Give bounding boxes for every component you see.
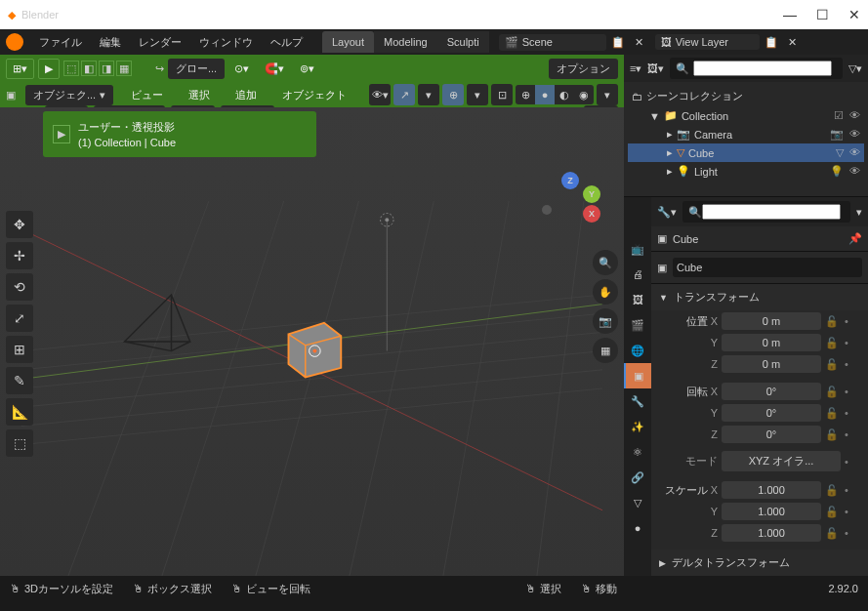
- rotation-mode-dropdown[interactable]: XYZ オイラ...: [722, 451, 841, 471]
- camera-object[interactable]: [125, 295, 190, 351]
- scene-browse-icon[interactable]: 📋: [608, 32, 628, 52]
- editor-type-icon[interactable]: ⊞▾: [6, 59, 34, 79]
- proportional-icon[interactable]: ⊚▾: [294, 60, 320, 78]
- pin-icon[interactable]: 📌: [848, 232, 862, 245]
- layer-close-icon[interactable]: ✕: [783, 32, 803, 52]
- add-cube-tool-icon[interactable]: ⬚: [6, 429, 33, 457]
- overlay-dropdown-icon[interactable]: ▾: [467, 84, 488, 105]
- transform-panel-header[interactable]: ▼トランスフォーム: [651, 284, 868, 310]
- scale-z-input[interactable]: 1.000: [722, 524, 821, 542]
- lock-icon[interactable]: 🔓: [825, 506, 841, 518]
- scale-x-input[interactable]: 1.000: [722, 481, 821, 499]
- lock-icon[interactable]: 🔓: [825, 315, 841, 328]
- pivot-icon[interactable]: ⊙▾: [228, 60, 255, 78]
- lock-icon[interactable]: 🔓: [825, 484, 841, 497]
- props-tab-constraints-icon[interactable]: 🔗: [624, 465, 651, 490]
- menu-render[interactable]: レンダー: [131, 32, 189, 53]
- layer-browse-icon[interactable]: 📋: [762, 32, 781, 52]
- outliner-camera[interactable]: ▸📷 Camera 📷👁: [628, 125, 864, 143]
- maximize-button[interactable]: ☐: [816, 7, 829, 22]
- props-tab-viewlayer-icon[interactable]: 🖼: [624, 287, 651, 312]
- axis-gizmo[interactable]: Z Y X: [542, 172, 600, 230]
- filter-icon[interactable]: ▽▾: [848, 62, 862, 75]
- mode-dropdown[interactable]: オブジェク... ▾: [25, 85, 113, 105]
- viewlayer-name-input[interactable]: [676, 36, 754, 48]
- scene-name-input[interactable]: [522, 36, 600, 48]
- props-tab-particles-icon[interactable]: ✨: [624, 414, 651, 439]
- rotate-tool-icon[interactable]: ⟲: [6, 273, 33, 301]
- rotation-y-input[interactable]: 0°: [722, 404, 821, 422]
- location-z-input[interactable]: 0 m: [722, 355, 821, 373]
- menu-add[interactable]: 追加: [227, 85, 265, 105]
- gizmo-dropdown-icon[interactable]: ▾: [418, 84, 439, 105]
- select-mode-3-icon[interactable]: ◨: [99, 61, 114, 76]
- eye-icon[interactable]: 👁: [849, 165, 860, 178]
- overlay-toggle-icon[interactable]: ⊕: [442, 84, 464, 105]
- outliner-collection[interactable]: ▼📁 Collection ☑👁: [628, 106, 864, 125]
- orientation-icon[interactable]: ↪: [155, 62, 164, 75]
- menu-view[interactable]: ビュー: [123, 85, 171, 105]
- mesh-data-icon[interactable]: ▽: [836, 146, 844, 159]
- gizmo-toggle-icon[interactable]: ↗: [393, 84, 415, 105]
- props-tab-render-icon[interactable]: 📺: [624, 236, 651, 262]
- camera-view-icon[interactable]: 📷: [593, 308, 618, 334]
- rotation-x-input[interactable]: 0°: [722, 383, 821, 400]
- camera-data-icon[interactable]: 📷: [830, 128, 844, 141]
- props-tab-world-icon[interactable]: 🌐: [624, 338, 651, 363]
- axis-z-icon[interactable]: Z: [561, 172, 579, 189]
- scale-y-input[interactable]: 1.000: [722, 503, 821, 520]
- annotate-tool-icon[interactable]: ✎: [6, 367, 33, 394]
- props-tab-physics-icon[interactable]: ⚛: [624, 439, 651, 465]
- props-tab-output-icon[interactable]: 🖨: [624, 262, 651, 287]
- display-mode-icon[interactable]: 🖼▾: [647, 62, 664, 75]
- tab-layout[interactable]: Layout: [322, 31, 374, 53]
- perspective-icon[interactable]: ▦: [593, 338, 618, 363]
- props-tab-scene-icon[interactable]: 🎬: [624, 312, 651, 338]
- cursor-tool-icon[interactable]: ✥: [6, 211, 33, 238]
- cursor-tool-icon[interactable]: ▶: [38, 59, 60, 79]
- select-mode-2-icon[interactable]: ◧: [81, 61, 97, 76]
- lock-icon[interactable]: 🔓: [825, 386, 841, 398]
- shading-dropdown-icon[interactable]: ▾: [597, 84, 618, 105]
- checkbox-icon[interactable]: ☑: [834, 109, 844, 122]
- location-y-input[interactable]: 0 m: [722, 334, 821, 351]
- select-mode-1-icon[interactable]: ⬚: [63, 61, 79, 76]
- select-mode-4-icon[interactable]: ▦: [116, 61, 132, 76]
- menu-object[interactable]: オブジェクト: [274, 85, 354, 105]
- menu-edit[interactable]: 編集: [92, 32, 129, 53]
- close-button[interactable]: ✕: [848, 7, 860, 22]
- props-search-input[interactable]: [702, 204, 841, 220]
- props-tab-data-icon[interactable]: ▽: [624, 490, 651, 515]
- eye-icon[interactable]: 👁: [849, 128, 860, 141]
- menu-file[interactable]: ファイル: [31, 32, 90, 53]
- scale-tool-icon[interactable]: ⤢: [6, 305, 33, 332]
- zoom-icon[interactable]: 🔍: [593, 250, 618, 275]
- props-tab-object-icon[interactable]: ▣: [624, 363, 651, 388]
- menu-select[interactable]: 選択: [181, 85, 218, 105]
- object-name-input[interactable]: [673, 258, 862, 277]
- material-shading-icon[interactable]: ◐: [555, 85, 574, 104]
- xray-icon[interactable]: ⊡: [491, 84, 513, 105]
- outliner-editor-icon[interactable]: ≡▾: [630, 62, 641, 75]
- tab-modeling[interactable]: Modeling: [374, 31, 437, 53]
- axis-y-icon[interactable]: Y: [583, 185, 600, 203]
- axis-x-icon[interactable]: X: [583, 205, 600, 223]
- transform-tool-icon[interactable]: ⊞: [6, 336, 33, 363]
- lock-icon[interactable]: 🔓: [825, 428, 841, 441]
- outliner-scene-collection[interactable]: 🗀 シーンコレクション: [628, 86, 864, 106]
- outliner-search-input[interactable]: [693, 61, 832, 76]
- pan-icon[interactable]: ✋: [593, 279, 618, 305]
- light-data-icon[interactable]: 💡: [830, 165, 844, 178]
- menu-window[interactable]: ウィンドウ: [191, 32, 261, 53]
- eye-icon[interactable]: 👁: [849, 109, 860, 122]
- view-selector-icon[interactable]: 👁▾: [369, 84, 391, 105]
- rotation-z-input[interactable]: 0°: [722, 426, 821, 443]
- scene-close-icon[interactable]: ✕: [630, 32, 649, 52]
- snap-icon[interactable]: 🧲▾: [259, 60, 290, 78]
- outliner-cube[interactable]: ▸▽ Cube ▽👁: [628, 143, 864, 162]
- outliner-light[interactable]: ▸💡 Light 💡👁: [628, 162, 864, 181]
- tab-sculpting[interactable]: Sculpti: [437, 31, 489, 53]
- viewport-3d[interactable]: [0, 107, 624, 576]
- solid-shading-icon[interactable]: ●: [535, 85, 555, 104]
- orientation-dropdown[interactable]: グロー...: [168, 59, 225, 79]
